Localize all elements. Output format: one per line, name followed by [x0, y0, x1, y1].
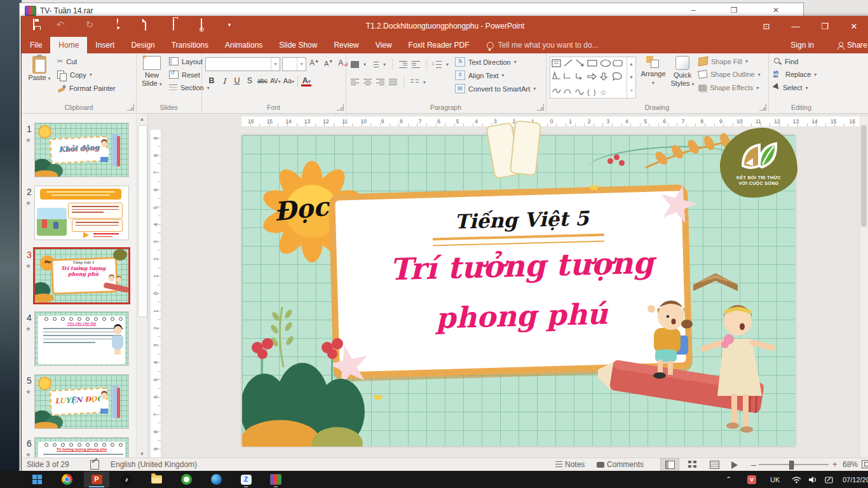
increase-font-size-button[interactable]: A▲: [309, 58, 319, 67]
reset-button[interactable]: Reset: [169, 71, 200, 79]
zalo-taskbar-icon[interactable]: Z: [233, 471, 259, 487]
thumbnail-scrollbar[interactable]: ▲ ▼: [136, 114, 147, 460]
blue-browser-taskbar-icon[interactable]: [203, 471, 229, 487]
shape-outline-button[interactable]: Shape Outline▾: [698, 71, 761, 78]
close-button[interactable]: ✕: [839, 16, 868, 37]
fit-to-window-button[interactable]: [862, 458, 868, 471]
comments-button[interactable]: Comments: [597, 458, 644, 471]
font-dialog-launcher[interactable]: [337, 104, 344, 111]
bullets-button[interactable]: [351, 61, 359, 68]
shape-effects-button[interactable]: Shape Effects▾: [698, 84, 759, 92]
quick-styles-button[interactable]: QuickStyles ▾: [669, 56, 696, 88]
tab-view[interactable]: View: [367, 37, 400, 53]
line-spacing-button[interactable]: [433, 61, 442, 68]
slide-scrollbar[interactable]: [860, 116, 868, 459]
slide-canvas[interactable]: KẾT NỐI TRI THỨCVỚI CUỘC SỐNG: [242, 135, 795, 446]
align-right-button[interactable]: [376, 79, 384, 86]
wifi-icon[interactable]: [792, 471, 801, 488]
volume-icon[interactable]: [808, 471, 817, 488]
scrollbar-thumb[interactable]: [138, 125, 147, 317]
columns-button[interactable]: [410, 79, 419, 86]
open-button[interactable]: [168, 19, 179, 30]
new-document-button[interactable]: [140, 19, 151, 30]
ribbon-display-options-button[interactable]: ⊡: [752, 16, 781, 37]
paragraph-dialog-launcher[interactable]: [537, 104, 544, 111]
clipboard-dialog-launcher[interactable]: [127, 104, 134, 111]
decrease-indent-button[interactable]: [399, 61, 407, 68]
normal-view-button[interactable]: [660, 458, 679, 471]
tab-animations[interactable]: Animations: [217, 37, 271, 53]
file-explorer-taskbar-icon[interactable]: [144, 471, 169, 487]
bold-button[interactable]: B: [205, 75, 218, 87]
start-from-beginning-button[interactable]: [112, 19, 123, 30]
zoom-in-button[interactable]: +: [832, 458, 837, 471]
select-button[interactable]: Select▾: [773, 84, 808, 92]
font-color-button[interactable]: A▾: [300, 75, 313, 87]
coccoc-browser-taskbar-icon[interactable]: [173, 471, 199, 487]
tiktok-taskbar-icon[interactable]: ♪: [114, 471, 139, 487]
slide-thumbnail-2[interactable]: [34, 186, 129, 240]
italic-button[interactable]: I: [218, 75, 231, 87]
arrange-button[interactable]: Arrange▾: [639, 56, 668, 87]
notes-button[interactable]: Notes: [555, 458, 585, 471]
font-size-combo[interactable]: ▾: [282, 57, 306, 71]
cut-button[interactable]: ✂Cut: [57, 57, 77, 65]
underline-button[interactable]: U: [231, 75, 243, 87]
paste-button[interactable]: Paste ▾: [25, 56, 53, 83]
tab-file[interactable]: File: [22, 37, 50, 53]
taskbar-date[interactable]: 07/12/2025: [843, 471, 868, 488]
text-shadow-button[interactable]: S: [243, 75, 256, 87]
increase-indent-button[interactable]: [412, 61, 420, 68]
tell-me-box[interactable]: Tell me what you want to do...: [487, 37, 599, 53]
powerpoint-taskbar-icon[interactable]: P: [84, 471, 109, 487]
winrar-taskbar-icon[interactable]: [263, 471, 288, 487]
slide-thumbnail-3[interactable]: Đọc Tiếng Việt 5 Trí tưởng tượng phong p…: [33, 247, 130, 304]
language-indicator[interactable]: English (United Kingdom): [111, 458, 197, 471]
decrease-font-size-button[interactable]: A▼: [324, 59, 333, 67]
numbering-button[interactable]: [370, 61, 379, 68]
font-name-combo[interactable]: ▾: [205, 57, 280, 71]
tab-insert[interactable]: Insert: [87, 37, 123, 53]
tab-review[interactable]: Review: [325, 37, 367, 53]
slide-thumbnail-1[interactable]: Khởi động: [34, 123, 129, 177]
redo-button[interactable]: ↻: [84, 19, 95, 30]
slide-counter[interactable]: Slide 3 of 29: [27, 458, 69, 471]
v-app-tray-icon[interactable]: V: [747, 471, 756, 488]
reading-view-button[interactable]: [705, 458, 724, 471]
change-case-button[interactable]: Aa▾: [282, 75, 295, 87]
character-spacing-button[interactable]: AV▾: [269, 75, 282, 87]
tab-slide-show[interactable]: Slide Show: [271, 37, 325, 53]
tab-foxit-reader-pdf[interactable]: Foxit Reader PDF: [400, 37, 478, 53]
drawing-dialog-launcher[interactable]: [759, 104, 766, 111]
align-left-button[interactable]: [351, 79, 359, 86]
tab-home[interactable]: Home: [50, 37, 87, 53]
slide-sorter-view-button[interactable]: [682, 458, 702, 471]
scroll-up-arrow[interactable]: ▲: [137, 114, 147, 125]
spell-check-icon[interactable]: [90, 458, 99, 471]
find-button[interactable]: Find: [773, 57, 798, 65]
slide-thumbnail-5[interactable]: LUYỆN ĐỌC: [34, 374, 129, 429]
slideshow-button[interactable]: [727, 458, 746, 471]
strikethrough-button[interactable]: abc: [256, 75, 269, 87]
text-direction-button[interactable]: ⇅Text Direction▾: [455, 57, 517, 67]
print-preview-button[interactable]: [196, 19, 207, 30]
shapes-scroll-buttons[interactable]: ▲▼≡: [627, 57, 635, 98]
zoom-out-button[interactable]: –: [751, 458, 756, 471]
undo-button[interactable]: ↶▾: [56, 19, 67, 30]
winrar-window-controls[interactable]: – ❒ ✕: [691, 6, 796, 15]
zoom-percentage[interactable]: 68%: [843, 458, 858, 471]
tray-chevron[interactable]: ⌃: [726, 471, 731, 488]
shape-fill-button[interactable]: Shape Fill▾: [698, 57, 748, 65]
convert-smartart-button[interactable]: ▤Convert to SmartArt▾: [455, 84, 536, 93]
chrome-taskbar-icon[interactable]: [54, 471, 79, 487]
keyboard-language-badge[interactable]: UK: [770, 471, 780, 488]
slide-scrollbar-thumb[interactable]: [861, 125, 867, 227]
zoom-slider[interactable]: [759, 464, 829, 465]
justify-button[interactable]: [389, 79, 397, 86]
tab-design[interactable]: Design: [123, 37, 163, 53]
zoom-slider-thumb[interactable]: [789, 461, 794, 470]
pen-icon[interactable]: [825, 471, 834, 488]
share-button[interactable]: Share: [837, 37, 867, 53]
align-center-button[interactable]: [363, 79, 372, 86]
slide-thumbnail-4[interactable]: Yêu cầu cần đạt: [34, 311, 129, 366]
